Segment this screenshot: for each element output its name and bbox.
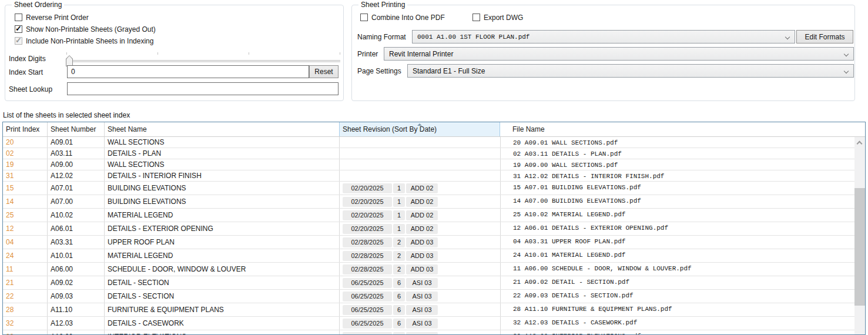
naming-format-combobox[interactable]: 0001 A1.00 1ST FLOOR PLAN.pdf xyxy=(412,30,795,43)
revision-date-badge: 02/28/2025 xyxy=(343,264,392,274)
cell-print-index: 15 xyxy=(3,182,48,195)
table-row[interactable]: 31 A12.02 DETAILS - INTERIOR FINISH 31 A… xyxy=(3,170,865,182)
revision-seq-badge: 6 xyxy=(393,292,405,302)
cell-file-name: 25 A10.02 MATERIAL LEGEND.pdf xyxy=(501,209,865,222)
show-nonprintable-label: Show Non-Printable Sheets (Grayed Out) xyxy=(26,25,156,34)
cell-file-name: 22 A09.03 DETAILS - SECTION.pdf xyxy=(501,290,865,303)
revision-date-badge: 06/25/2025 xyxy=(343,305,392,315)
cell-sheet-name: DETAILS - CASEWORK xyxy=(105,317,340,330)
table-row[interactable]: 25 A10.02 MATERIAL LEGEND 02/20/20251ADD… xyxy=(3,209,865,222)
column-header-print-index[interactable]: Print Index xyxy=(3,122,48,136)
table-row[interactable]: 29 A12.00 INTERIOR ELEVATIONS 06/25/2025… xyxy=(3,330,865,335)
table-row[interactable]: 28 A11.10 FURNITURE & EQUIPMENT PLANS 06… xyxy=(3,303,865,317)
cell-print-index: 21 xyxy=(3,276,48,289)
cell-sheet-revision: 02/20/20251ADD 02 xyxy=(340,222,501,235)
revision-date-badge: 02/20/2025 xyxy=(343,210,392,220)
table-row[interactable]: 11 A06.00 SCHEDULE - DOOR, WINDOW & LOUV… xyxy=(3,263,865,276)
column-header-file-name[interactable]: File Name xyxy=(500,122,865,136)
cell-print-index: 28 xyxy=(3,303,48,316)
cell-sheet-name: DETAILS - PLAN xyxy=(105,148,340,159)
cell-sheet-name: SCHEDULE - DOOR, WINDOW & LOUVER xyxy=(105,263,340,276)
sheet-list-caption: List of the sheets in selected sheet ind… xyxy=(3,111,130,119)
cell-sheet-revision: 06/25/20256ASI 03 xyxy=(340,330,501,335)
index-start-input[interactable] xyxy=(67,65,309,78)
export-dwg-checkbox[interactable] xyxy=(472,14,480,21)
cell-print-index: 04 xyxy=(3,236,48,249)
table-row[interactable]: 12 A06.01 DETAILS - EXTERIOR OPENING 02/… xyxy=(3,222,865,236)
reverse-print-order-checkbox-row[interactable]: Reverse Print Order xyxy=(15,13,89,22)
printer-label: Printer xyxy=(357,50,378,58)
cell-sheet-number: A07.01 xyxy=(48,182,105,195)
cell-sheet-revision: 02/20/20251ADD 02 xyxy=(340,209,501,222)
column-header-sheet-number[interactable]: Sheet Number xyxy=(48,122,105,136)
revision-seq-badge: 2 xyxy=(393,264,405,274)
cell-file-name: 11 A06.00 SCHEDULE - DOOR, WINDOW & LOUV… xyxy=(501,263,865,276)
table-row[interactable]: 24 A10.01 MATERIAL LEGEND 02/28/20252ADD… xyxy=(3,249,865,263)
sheet-printing-groupbox: Sheet Printing Combine Into One PDF Expo… xyxy=(351,5,855,101)
revision-code-badge: ASI 03 xyxy=(406,305,438,315)
combine-into-one-pdf-checkbox-row[interactable]: Combine Into One PDF xyxy=(360,13,445,22)
revision-code-badge: ADD 02 xyxy=(406,224,438,234)
printer-combobox[interactable]: Revit Internal Printer xyxy=(384,47,854,61)
show-nonprintable-checkbox-row[interactable]: Show Non-Printable Sheets (Grayed Out) xyxy=(15,25,156,34)
column-header-sheet-revision[interactable]: Sheet Revision (Sort By Date) xyxy=(339,122,500,136)
cell-file-name: 29 A12.00 INTERIOR ELEVATIONS.pdf xyxy=(501,330,865,335)
revision-date-badge: 02/20/2025 xyxy=(343,183,392,193)
cell-sheet-revision: 06/25/20256ASI 03 xyxy=(340,290,501,303)
revision-code-badge: ASI 03 xyxy=(406,278,438,288)
sheet-lookup-input[interactable] xyxy=(67,82,339,95)
table-row[interactable]: 04 A03.31 UPPER ROOF PLAN 02/28/20252ADD… xyxy=(3,236,865,249)
table-row[interactable]: 19 A09.00 WALL SECTIONS 19 A09.00 WALL S… xyxy=(3,159,865,170)
table-row[interactable]: 20 A09.01 WALL SECTIONS 20 A09.01 WALL S… xyxy=(3,137,865,148)
page-settings-combobox[interactable]: Standard E1 - Full Size xyxy=(407,64,854,78)
export-dwg-checkbox-row[interactable]: Export DWG xyxy=(472,13,523,22)
table-row[interactable]: 22 A09.03 DETAILS - SECTION 06/25/20256A… xyxy=(3,290,865,303)
cell-file-name: 19 A09.00 WALL SECTIONS.pdf xyxy=(501,159,865,170)
table-row[interactable]: 15 A07.01 BUILDING ELEVATIONS 02/20/2025… xyxy=(3,182,865,195)
revision-date-badge: 02/20/2025 xyxy=(343,197,392,207)
cell-sheet-revision xyxy=(340,159,501,170)
chevron-down-icon xyxy=(844,69,849,73)
reverse-print-order-checkbox[interactable] xyxy=(15,14,22,21)
reverse-print-order-label: Reverse Print Order xyxy=(26,14,89,22)
cell-print-index: 22 xyxy=(3,290,48,303)
scroll-up-icon[interactable] xyxy=(857,141,863,147)
table-row[interactable]: 21 A09.02 DETAIL - SECTION 06/25/20256AS… xyxy=(3,276,865,290)
vertical-scrollbar[interactable] xyxy=(854,137,865,334)
cell-file-name: 15 A07.01 BUILDING ELEVATIONS.pdf xyxy=(501,182,865,195)
edit-formats-button[interactable]: Edit Formats xyxy=(796,30,853,43)
cell-sheet-number: A06.00 xyxy=(48,263,105,276)
cell-sheet-number: A12.02 xyxy=(48,170,105,181)
cell-print-index: 20 xyxy=(3,137,48,148)
cell-sheet-name: DETAIL - SECTION xyxy=(105,276,340,289)
revision-seq-badge: 1 xyxy=(393,224,405,234)
reset-button[interactable]: Reset xyxy=(309,65,339,78)
revision-seq-badge: 6 xyxy=(393,319,405,329)
cell-file-name: 21 A09.02 DETAIL - SECTION.pdf xyxy=(501,276,865,289)
combine-into-one-pdf-checkbox[interactable] xyxy=(360,14,368,21)
revision-seq-badge: 2 xyxy=(393,251,405,261)
table-row[interactable]: 02 A03.11 DETAILS - PLAN 02 A03.11 DETAI… xyxy=(3,148,865,159)
cell-sheet-number: A07.00 xyxy=(48,195,105,208)
cell-sheet-revision xyxy=(340,148,501,159)
cell-sheet-name: UPPER ROOF PLAN xyxy=(105,236,340,249)
revision-date-badge: 06/25/2025 xyxy=(343,332,392,335)
table-row[interactable]: 14 A07.00 BUILDING ELEVATIONS 02/20/2025… xyxy=(3,195,865,209)
cell-sheet-name: INTERIOR ELEVATIONS xyxy=(105,330,340,335)
table-row[interactable]: 32 A12.03 DETAILS - CASEWORK 06/25/20256… xyxy=(3,317,865,330)
revision-seq-badge: 1 xyxy=(393,210,405,220)
revision-code-badge: ASI 03 xyxy=(406,332,438,335)
revision-date-badge: 02/28/2025 xyxy=(343,237,392,247)
revision-date-badge: 02/20/2025 xyxy=(343,224,392,234)
page-settings-label: Page Settings xyxy=(357,67,401,75)
cell-sheet-name: BUILDING ELEVATIONS xyxy=(105,195,340,208)
cell-sheet-number: A10.01 xyxy=(48,249,105,262)
include-nonprintable-checkbox[interactable] xyxy=(15,37,22,45)
scrollbar-thumb[interactable] xyxy=(854,188,865,306)
column-header-sheet-revision-label: Sheet Revision (Sort By Date) xyxy=(343,125,437,133)
show-nonprintable-checkbox[interactable] xyxy=(15,25,22,33)
cell-file-name: 12 A06.01 DETAILS - EXTERIOR OPENING.pdf xyxy=(501,222,865,235)
slider-track[interactable] xyxy=(66,60,340,62)
column-header-sheet-name[interactable]: Sheet Name xyxy=(105,122,340,136)
cell-sheet-number: A09.00 xyxy=(48,159,105,170)
